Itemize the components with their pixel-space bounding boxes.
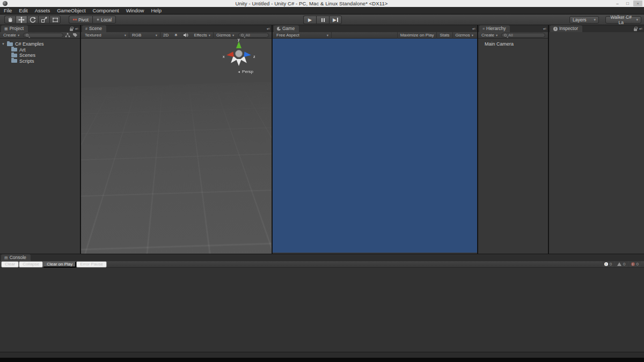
game-viewport[interactable] [273, 39, 477, 253]
menu-window[interactable]: Window [126, 8, 144, 13]
minimize-button[interactable]: – [613, 1, 622, 6]
step-button[interactable]: ▶ [329, 16, 342, 24]
project-tab-icon: ▦ [4, 27, 8, 31]
console-error-filter[interactable]: ! 0 [629, 261, 641, 267]
axis-z-cone[interactable] [244, 51, 251, 58]
panel-menu-icon[interactable]: ▾≡ [472, 27, 475, 31]
search-by-type-icon[interactable] [65, 33, 70, 38]
project-search-input[interactable] [23, 33, 63, 38]
create-label: Create [481, 33, 494, 38]
tab-game[interactable]: Game [274, 25, 299, 32]
play-button[interactable]: ▶ [303, 16, 316, 24]
error-icon: ! [631, 262, 635, 266]
render-channel-label: RGB [132, 33, 141, 38]
console-warning-filter[interactable]: 0 [615, 261, 627, 267]
console-clear-button[interactable]: Clear [1, 261, 19, 268]
panel-menu-icon[interactable]: ▾≡ [543, 27, 546, 31]
scene-search-input[interactable]: All [238, 33, 269, 38]
effects-dropdown[interactable]: Effects ▾ [191, 32, 214, 39]
shading-mode-dropdown[interactable]: Textured ▾ [82, 32, 129, 39]
tab-console[interactable]: ▤ Console [1, 254, 31, 261]
close-button[interactable]: × [633, 1, 642, 6]
axis-neg-x-cone[interactable] [240, 56, 249, 64]
project-create-button[interactable]: Create ▾ [1, 32, 21, 39]
tab-scene[interactable]: # Scene [82, 25, 106, 32]
aspect-label: Free Aspect [276, 33, 299, 38]
menu-help[interactable]: Help [151, 8, 162, 13]
hierarchy-search-input[interactable]: All [501, 33, 545, 38]
folder-icon [11, 48, 17, 51]
console-collapse-toggle[interactable]: Collapse [19, 261, 43, 268]
gizmo-center-sphere[interactable] [236, 50, 243, 57]
layers-dropdown[interactable]: Layers ▾ [569, 16, 599, 24]
projection-toggle[interactable]: ◄ Persp [237, 69, 253, 74]
tree-item-csharp-examples[interactable]: ▼ C# Examples [0, 41, 80, 47]
axis-neg-z-cone[interactable] [229, 56, 237, 64]
rotate-tool-button[interactable] [27, 16, 38, 24]
rect-tool-button[interactable] [49, 16, 61, 24]
tab-hierarchy[interactable]: ≡ Hierarchy [479, 25, 510, 32]
layout-dropdown[interactable]: Walker C# La ▾ [605, 16, 641, 24]
panel-menu-icon[interactable]: ▾≡ [267, 27, 269, 31]
layout-label: Walker C# La [609, 14, 633, 25]
scale-icon [41, 17, 47, 23]
panel-menu-icon[interactable]: ▾≡ [75, 27, 78, 31]
scene-lighting-toggle[interactable]: ☀ [171, 32, 180, 39]
restore-button[interactable]: □ [623, 1, 632, 6]
menu-assets[interactable]: Assets [35, 8, 50, 13]
menu-component[interactable]: Component [93, 8, 119, 13]
2d-toggle-button[interactable]: 2D [160, 32, 171, 39]
gizmos-label: Gizmos [216, 33, 231, 38]
pivot-icon [73, 19, 77, 20]
scale-tool-button[interactable] [38, 16, 49, 24]
scene-orientation-gizmo[interactable]: y x z [222, 39, 256, 68]
scene-viewport[interactable]: y x z ◄ Persp [81, 39, 272, 254]
tree-item-scripts[interactable]: Scripts [0, 58, 80, 64]
hierarchy-panel: ≡ Hierarchy ▾≡ Create ▾ All Main Camera [478, 25, 549, 254]
axis-x-cone[interactable] [226, 51, 234, 58]
disclosure-triangle-icon[interactable]: ▼ [2, 42, 5, 46]
scene-object[interactable] [109, 104, 116, 110]
game-gizmos-dropdown[interactable]: Gizmos ▾ [452, 32, 476, 39]
lock-icon[interactable] [634, 28, 637, 31]
search-by-label-icon[interactable] [72, 33, 78, 38]
axis-y-cone[interactable] [236, 41, 241, 48]
move-tool-button[interactable] [16, 16, 27, 24]
tab-project[interactable]: ▦ Project [1, 25, 28, 32]
console-info-filter[interactable]: ! 0 [602, 261, 614, 267]
axis-z-label: z [253, 55, 255, 58]
tree-item-scenes[interactable]: Scenes [0, 53, 80, 58]
hierarchy-item-main-camera[interactable]: Main Camera [485, 41, 548, 47]
stats-toggle[interactable]: Stats [436, 32, 452, 39]
pivot-toggle-button[interactable]: Pivot [69, 16, 92, 24]
render-channel-dropdown[interactable]: RGB ▾ [129, 32, 160, 39]
console-clear-on-play-toggle[interactable]: Clear on Play [43, 261, 76, 268]
chevron-down-icon: ▾ [18, 33, 19, 38]
move-icon [18, 17, 25, 23]
local-toggle-button[interactable]: Local [92, 16, 116, 24]
hand-tool-button[interactable] [4, 16, 16, 24]
tab-inspector[interactable]: i Inspector [550, 25, 582, 32]
panel-menu-icon[interactable]: ▾≡ [639, 27, 642, 31]
projection-label: Persp [242, 69, 253, 74]
hierarchy-create-button[interactable]: Create ▾ [479, 32, 500, 39]
chevron-down-icon: ▾ [125, 33, 126, 38]
scene-audio-toggle[interactable] [180, 32, 191, 39]
menu-edit[interactable]: Edit [19, 8, 27, 13]
folder-icon [11, 59, 17, 63]
axis-neg-y-cone[interactable] [236, 59, 241, 66]
menu-gameobject[interactable]: GameObject [57, 8, 85, 13]
tree-item-art[interactable]: Art [0, 47, 80, 53]
unity-editor-window: Unity - Untitled - Unity C# - PC, Mac & … [0, 0, 644, 362]
maximize-on-play-toggle[interactable]: Maximize on Play [397, 32, 437, 39]
pause-button[interactable] [316, 16, 329, 24]
local-label: Local [101, 17, 112, 23]
unity-logo-icon [3, 1, 8, 6]
scene-panel: # Scene ▾≡ Textured ▾ RGB ▾ 2D ☀ [81, 25, 273, 254]
lock-icon[interactable] [70, 28, 73, 31]
console-error-pause-toggle[interactable]: Error Pause [76, 261, 107, 268]
playmode-controls: ▶ ▶ [303, 16, 342, 24]
scene-gizmos-dropdown[interactable]: Gizmos ▾ [214, 32, 237, 39]
aspect-ratio-dropdown[interactable]: Free Aspect ▾ [274, 32, 332, 39]
menu-file[interactable]: File [4, 8, 12, 13]
